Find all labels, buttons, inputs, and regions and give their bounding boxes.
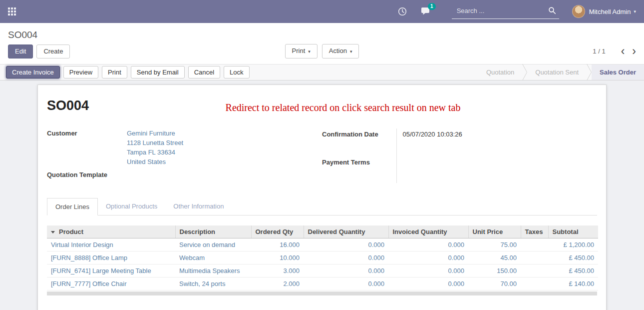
edit-button[interactable]: Edit: [8, 44, 33, 58]
confirmation-date-label: Confirmation Date: [322, 128, 396, 158]
column-header-description[interactable]: Description: [175, 226, 251, 238]
cell-delivered-qty: 0.000: [304, 238, 388, 252]
messages-icon[interactable]: 1: [421, 7, 431, 16]
tab-other-information[interactable]: Other Information: [165, 198, 232, 216]
status-quotation-sent[interactable]: Quotation Sent: [527, 64, 587, 80]
status-sales-order[interactable]: Sales Order: [592, 64, 644, 80]
action-menu-label: Action: [329, 47, 347, 54]
cell-unit-price: 75.00: [468, 238, 521, 252]
customer-link[interactable]: Gemini Furniture: [127, 128, 183, 138]
column-header-ordered-qty[interactable]: Ordered Qty: [251, 226, 304, 238]
column-header-product[interactable]: Product: [47, 226, 175, 238]
cell-description: Webcam: [175, 252, 251, 264]
cell-unit-price: 150.00: [468, 264, 521, 278]
cell-ordered-qty: 2.000: [251, 278, 304, 290]
cell-ordered-qty: 3.000: [251, 264, 304, 278]
sales-order-sheet: SO004 Redirect to related record on clic…: [37, 84, 607, 310]
status-quotation[interactable]: Quotation: [478, 64, 522, 80]
avatar: [572, 5, 585, 18]
breadcrumb: SO004: [8, 30, 37, 40]
print-menu-button[interactable]: Print▾: [285, 44, 318, 58]
cell-taxes: [521, 278, 548, 290]
customer-address-line: United States: [127, 157, 183, 166]
column-header-invoiced-quantity[interactable]: Invoiced Quantity: [388, 226, 468, 238]
tab-order-lines[interactable]: Order Lines: [47, 198, 98, 216]
cell-invoiced-qty: 0.000: [388, 264, 468, 278]
payment-terms-value: [396, 158, 597, 183]
action-menu-button[interactable]: Action▾: [322, 44, 359, 58]
sort-caret-icon[interactable]: [51, 231, 55, 234]
cell-description: Multimedia Speakers: [175, 264, 251, 278]
column-header-taxes[interactable]: Taxes: [521, 226, 548, 238]
cell-product: [FURN_7777] Office Chair: [47, 278, 175, 290]
order-line-row[interactable]: Virtual Interior Design Service on deman…: [47, 238, 598, 252]
order-line-row[interactable]: [FURN_7777] Office Chair Switch, 24 port…: [47, 278, 598, 290]
cell-ordered-qty: 10.000: [251, 252, 304, 264]
search-icon[interactable]: [548, 6, 556, 14]
cell-delivered-qty: 0.000: [304, 252, 388, 264]
column-header-delivered-quantity[interactable]: Delivered Quantity: [304, 226, 388, 238]
cancel-button[interactable]: Cancel: [188, 66, 220, 78]
cell-subtotal: £ 450.00: [548, 252, 598, 264]
user-menu[interactable]: Mitchell Admin ▾: [572, 5, 636, 18]
breadcrumb-row: SO004: [0, 23, 644, 42]
print-button[interactable]: Print: [102, 66, 127, 78]
preview-button[interactable]: Preview: [63, 66, 98, 78]
cell-subtotal: £ 1,200.00: [548, 238, 598, 252]
notebook-tabs: Order Lines Optional Products Other Info…: [47, 198, 597, 216]
messages-badge: 1: [428, 3, 436, 10]
pager-previous-icon[interactable]: ‹: [621, 46, 625, 57]
cell-taxes: [521, 252, 548, 264]
status-pipeline: Quotation Quotation Sent Sales Order: [478, 64, 644, 80]
chevron-down-icon: ▾: [350, 49, 352, 54]
customer-value: Gemini Furniture 1128 Lunetta Street Tam…: [127, 128, 183, 166]
cell-subtotal: £ 450.00: [548, 264, 598, 278]
table-scrollbar[interactable]: [47, 292, 597, 296]
column-header-label: Product: [59, 228, 83, 236]
apps-menu-icon[interactable]: [8, 8, 16, 16]
tab-optional-products[interactable]: Optional Products: [98, 198, 165, 216]
order-line-row[interactable]: [FURN_6741] Large Meeting Table Multimed…: [47, 264, 598, 278]
statusbar-arrow-divider: [522, 64, 527, 80]
pager-value: 1 / 1: [593, 48, 605, 55]
form-view-background: SO004 Redirect to related record on clic…: [0, 80, 644, 310]
cell-invoiced-qty: 0.000: [388, 238, 468, 252]
cell-ordered-qty: 16.000: [251, 238, 304, 252]
statusbar-arrow-divider: [587, 64, 592, 80]
column-header-subtotal[interactable]: Subtotal: [548, 226, 598, 238]
create-button[interactable]: Create: [36, 44, 70, 58]
annotation-note: Redirect to related record on click sear…: [89, 98, 597, 114]
cell-invoiced-qty: 0.000: [388, 252, 468, 264]
cell-product: [FURN_8888] Office Lamp: [47, 252, 175, 264]
global-search: [452, 4, 559, 19]
customer-address-line: 1128 Lunetta Street: [127, 138, 183, 148]
chevron-down-icon: ▾: [308, 49, 311, 54]
cell-description: Service on demand: [175, 238, 251, 252]
quotation-template-label: Quotation Template: [47, 170, 127, 180]
cell-invoiced-qty: 0.000: [388, 278, 468, 290]
chevron-down-icon: ▾: [634, 9, 636, 14]
cell-product: [FURN_6741] Large Meeting Table: [47, 264, 175, 278]
user-name: Mitchell Admin: [589, 8, 631, 16]
cell-subtotal: £ 140.00: [548, 278, 598, 290]
cell-unit-price: 70.00: [468, 278, 521, 290]
activities-clock-icon[interactable]: [398, 7, 407, 16]
pager-next-icon[interactable]: ›: [632, 46, 636, 57]
search-input[interactable]: [456, 6, 548, 15]
cell-taxes: [521, 264, 548, 278]
cell-delivered-qty: 0.000: [304, 264, 388, 278]
column-header-unit-price[interactable]: Unit Price: [468, 226, 521, 238]
order-lines-table: Product Description Ordered Qty Delivere…: [47, 226, 598, 290]
customer-address-line: Tampa FL 33634: [127, 148, 183, 157]
print-menu-label: Print: [292, 47, 306, 54]
send-by-email-button[interactable]: Send by Email: [131, 66, 185, 78]
payment-terms-label: Payment Terms: [322, 158, 396, 183]
cell-product: Virtual Interior Design: [47, 238, 175, 252]
confirmation-date-value: 05/07/2020 10:03:26: [396, 128, 597, 158]
cell-description: Switch, 24 ports: [175, 278, 251, 290]
order-line-row[interactable]: [FURN_8888] Office Lamp Webcam 10.000 0.…: [47, 252, 598, 264]
lock-button[interactable]: Lock: [224, 66, 249, 78]
create-invoice-button[interactable]: Create Invoice: [6, 66, 60, 78]
top-navbar: 1 Mitchell Admin ▾: [0, 0, 644, 23]
control-panel: Edit Create Print▾ Action▾ 1 / 1 ‹ ›: [0, 42, 644, 64]
